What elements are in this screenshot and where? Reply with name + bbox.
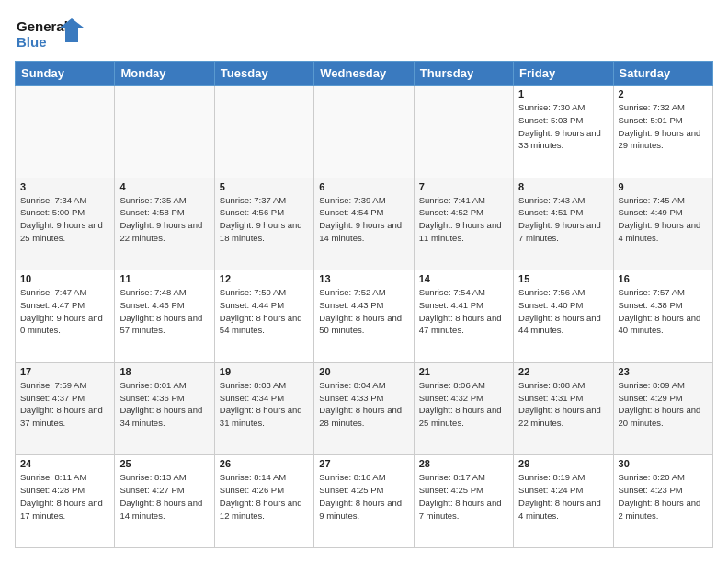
day-number: 8 (518, 181, 608, 192)
day-info: Sunrise: 8:17 AM Sunset: 4:25 PM Dayligh… (419, 471, 508, 522)
day-cell: 20Sunrise: 8:04 AM Sunset: 4:33 PM Dayli… (314, 362, 414, 455)
logo: GeneralBlue (15, 15, 88, 52)
day-cell: 9Sunrise: 7:45 AM Sunset: 4:49 PM Daylig… (613, 178, 712, 270)
svg-text:Blue: Blue (17, 34, 47, 50)
day-info: Sunrise: 8:13 AM Sunset: 4:27 PM Dayligh… (119, 471, 209, 522)
day-info: Sunrise: 7:37 AM Sunset: 4:56 PM Dayligh… (220, 194, 309, 245)
day-cell: 12Sunrise: 7:50 AM Sunset: 4:44 PM Dayli… (214, 270, 313, 363)
day-cell: 24Sunrise: 8:11 AM Sunset: 4:28 PM Dayli… (16, 455, 115, 548)
day-number: 18 (119, 366, 209, 377)
day-cell (16, 86, 115, 178)
day-info: Sunrise: 7:50 AM Sunset: 4:44 PM Dayligh… (220, 286, 309, 337)
day-cell: 2Sunrise: 7:32 AM Sunset: 5:01 PM Daylig… (613, 86, 712, 178)
day-info: Sunrise: 7:52 AM Sunset: 4:43 PM Dayligh… (319, 286, 408, 337)
calendar-header-row: SundayMondayTuesdayWednesdayThursdayFrid… (16, 62, 713, 86)
col-header-friday: Friday (514, 62, 613, 86)
day-cell: 15Sunrise: 7:56 AM Sunset: 4:40 PM Dayli… (514, 270, 613, 363)
day-number: 28 (419, 458, 508, 469)
day-cell: 10Sunrise: 7:47 AM Sunset: 4:47 PM Dayli… (16, 270, 115, 363)
day-number: 5 (220, 181, 309, 192)
day-number: 19 (220, 366, 309, 377)
day-cell: 28Sunrise: 8:17 AM Sunset: 4:25 PM Dayli… (414, 455, 513, 548)
day-number: 25 (119, 458, 209, 469)
day-number: 2 (619, 88, 708, 99)
day-info: Sunrise: 8:03 AM Sunset: 4:34 PM Dayligh… (220, 379, 309, 430)
logo-icon: GeneralBlue (15, 15, 88, 52)
day-info: Sunrise: 7:41 AM Sunset: 4:52 PM Dayligh… (419, 194, 508, 245)
day-info: Sunrise: 7:56 AM Sunset: 4:40 PM Dayligh… (518, 286, 608, 337)
day-cell: 30Sunrise: 8:20 AM Sunset: 4:23 PM Dayli… (613, 455, 712, 548)
day-info: Sunrise: 7:59 AM Sunset: 4:37 PM Dayligh… (20, 379, 109, 430)
day-number: 9 (619, 181, 708, 192)
day-number: 7 (419, 181, 508, 192)
day-cell: 16Sunrise: 7:57 AM Sunset: 4:38 PM Dayli… (613, 270, 712, 363)
col-header-monday: Monday (115, 62, 214, 86)
day-info: Sunrise: 7:45 AM Sunset: 4:49 PM Dayligh… (619, 194, 708, 245)
day-info: Sunrise: 8:09 AM Sunset: 4:29 PM Dayligh… (619, 379, 708, 430)
day-number: 14 (419, 273, 508, 284)
day-number: 10 (20, 273, 109, 284)
day-cell (314, 86, 414, 178)
day-number: 30 (619, 458, 708, 469)
day-cell: 4Sunrise: 7:35 AM Sunset: 4:58 PM Daylig… (115, 178, 214, 270)
day-cell: 7Sunrise: 7:41 AM Sunset: 4:52 PM Daylig… (414, 178, 513, 270)
day-cell: 19Sunrise: 8:03 AM Sunset: 4:34 PM Dayli… (214, 362, 313, 455)
day-number: 22 (518, 366, 608, 377)
day-info: Sunrise: 7:48 AM Sunset: 4:46 PM Dayligh… (119, 286, 209, 337)
day-cell: 5Sunrise: 7:37 AM Sunset: 4:56 PM Daylig… (214, 178, 313, 270)
day-cell: 11Sunrise: 7:48 AM Sunset: 4:46 PM Dayli… (115, 270, 214, 363)
day-number: 21 (419, 366, 508, 377)
week-row-1: 3Sunrise: 7:34 AM Sunset: 5:00 PM Daylig… (16, 178, 713, 270)
day-number: 26 (220, 458, 309, 469)
day-info: Sunrise: 8:16 AM Sunset: 4:25 PM Dayligh… (319, 471, 408, 522)
day-cell: 1Sunrise: 7:30 AM Sunset: 5:03 PM Daylig… (514, 86, 613, 178)
day-cell: 22Sunrise: 8:08 AM Sunset: 4:31 PM Dayli… (514, 362, 613, 455)
col-header-tuesday: Tuesday (214, 62, 313, 86)
day-info: Sunrise: 7:35 AM Sunset: 4:58 PM Dayligh… (119, 194, 209, 245)
week-row-4: 24Sunrise: 8:11 AM Sunset: 4:28 PM Dayli… (16, 455, 713, 548)
day-cell: 17Sunrise: 7:59 AM Sunset: 4:37 PM Dayli… (16, 362, 115, 455)
day-number: 17 (20, 366, 109, 377)
day-info: Sunrise: 7:39 AM Sunset: 4:54 PM Dayligh… (319, 194, 408, 245)
day-info: Sunrise: 8:06 AM Sunset: 4:32 PM Dayligh… (419, 379, 508, 430)
day-cell: 14Sunrise: 7:54 AM Sunset: 4:41 PM Dayli… (414, 270, 513, 363)
day-number: 16 (619, 273, 708, 284)
day-cell (414, 86, 513, 178)
day-cell (214, 86, 313, 178)
day-cell: 21Sunrise: 8:06 AM Sunset: 4:32 PM Dayli… (414, 362, 513, 455)
day-info: Sunrise: 8:19 AM Sunset: 4:24 PM Dayligh… (518, 471, 608, 522)
col-header-wednesday: Wednesday (314, 62, 414, 86)
day-info: Sunrise: 7:34 AM Sunset: 5:00 PM Dayligh… (20, 194, 109, 245)
day-cell: 25Sunrise: 8:13 AM Sunset: 4:27 PM Dayli… (115, 455, 214, 548)
day-number: 3 (20, 181, 109, 192)
week-row-3: 17Sunrise: 7:59 AM Sunset: 4:37 PM Dayli… (16, 362, 713, 455)
day-cell: 29Sunrise: 8:19 AM Sunset: 4:24 PM Dayli… (514, 455, 613, 548)
day-number: 29 (518, 458, 608, 469)
day-cell: 13Sunrise: 7:52 AM Sunset: 4:43 PM Dayli… (314, 270, 414, 363)
day-info: Sunrise: 8:01 AM Sunset: 4:36 PM Dayligh… (119, 379, 209, 430)
day-number: 6 (319, 181, 408, 192)
day-number: 4 (119, 181, 209, 192)
day-number: 24 (20, 458, 109, 469)
day-cell: 23Sunrise: 8:09 AM Sunset: 4:29 PM Dayli… (613, 362, 712, 455)
day-info: Sunrise: 8:20 AM Sunset: 4:23 PM Dayligh… (619, 471, 708, 522)
day-number: 1 (518, 88, 608, 99)
col-header-sunday: Sunday (16, 62, 115, 86)
day-info: Sunrise: 7:54 AM Sunset: 4:41 PM Dayligh… (419, 286, 508, 337)
day-info: Sunrise: 7:30 AM Sunset: 5:03 PM Dayligh… (518, 101, 608, 152)
day-cell: 26Sunrise: 8:14 AM Sunset: 4:26 PM Dayli… (214, 455, 313, 548)
day-info: Sunrise: 8:04 AM Sunset: 4:33 PM Dayligh… (319, 379, 408, 430)
svg-text:General: General (17, 18, 68, 34)
day-info: Sunrise: 8:14 AM Sunset: 4:26 PM Dayligh… (220, 471, 309, 522)
day-cell: 6Sunrise: 7:39 AM Sunset: 4:54 PM Daylig… (314, 178, 414, 270)
day-number: 27 (319, 458, 408, 469)
col-header-saturday: Saturday (613, 62, 712, 86)
day-info: Sunrise: 7:43 AM Sunset: 4:51 PM Dayligh… (518, 194, 608, 245)
day-number: 11 (119, 273, 209, 284)
day-cell: 8Sunrise: 7:43 AM Sunset: 4:51 PM Daylig… (514, 178, 613, 270)
page: GeneralBlue SundayMondayTuesdayWednesday… (0, 0, 728, 563)
day-cell: 27Sunrise: 8:16 AM Sunset: 4:25 PM Dayli… (314, 455, 414, 548)
header: GeneralBlue (15, 15, 713, 52)
week-row-0: 1Sunrise: 7:30 AM Sunset: 5:03 PM Daylig… (16, 86, 713, 178)
day-info: Sunrise: 7:32 AM Sunset: 5:01 PM Dayligh… (619, 101, 708, 152)
